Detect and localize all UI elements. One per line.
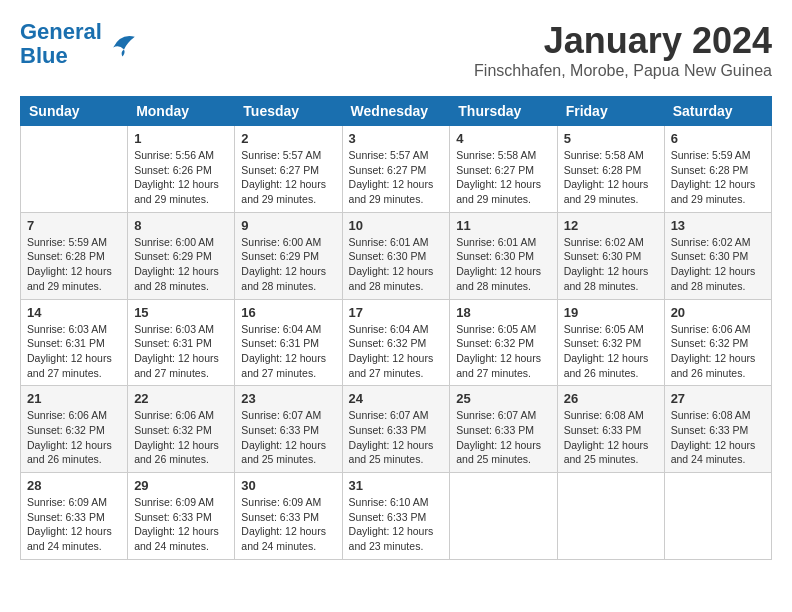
day-content: Sunrise: 6:07 AM Sunset: 6:33 PM Dayligh… — [241, 408, 335, 467]
day-content: Sunrise: 6:06 AM Sunset: 6:32 PM Dayligh… — [134, 408, 228, 467]
col-wednesday: Wednesday — [342, 97, 450, 126]
day-content: Sunrise: 6:04 AM Sunset: 6:31 PM Dayligh… — [241, 322, 335, 381]
day-content: Sunrise: 6:04 AM Sunset: 6:32 PM Dayligh… — [349, 322, 444, 381]
calendar-week-row: 14Sunrise: 6:03 AM Sunset: 6:31 PM Dayli… — [21, 299, 772, 386]
day-number: 2 — [241, 131, 335, 146]
table-row: 9Sunrise: 6:00 AM Sunset: 6:29 PM Daylig… — [235, 212, 342, 299]
table-row: 23Sunrise: 6:07 AM Sunset: 6:33 PM Dayli… — [235, 386, 342, 473]
table-row: 28Sunrise: 6:09 AM Sunset: 6:33 PM Dayli… — [21, 473, 128, 560]
day-content: Sunrise: 6:05 AM Sunset: 6:32 PM Dayligh… — [456, 322, 550, 381]
table-row: 15Sunrise: 6:03 AM Sunset: 6:31 PM Dayli… — [128, 299, 235, 386]
day-content: Sunrise: 6:03 AM Sunset: 6:31 PM Dayligh… — [134, 322, 228, 381]
day-number: 25 — [456, 391, 550, 406]
table-row: 14Sunrise: 6:03 AM Sunset: 6:31 PM Dayli… — [21, 299, 128, 386]
day-content: Sunrise: 6:06 AM Sunset: 6:32 PM Dayligh… — [27, 408, 121, 467]
table-row: 10Sunrise: 6:01 AM Sunset: 6:30 PM Dayli… — [342, 212, 450, 299]
table-row: 19Sunrise: 6:05 AM Sunset: 6:32 PM Dayli… — [557, 299, 664, 386]
table-row: 21Sunrise: 6:06 AM Sunset: 6:32 PM Dayli… — [21, 386, 128, 473]
day-content: Sunrise: 6:03 AM Sunset: 6:31 PM Dayligh… — [27, 322, 121, 381]
day-content: Sunrise: 5:58 AM Sunset: 6:28 PM Dayligh… — [564, 148, 658, 207]
month-year-title: January 2024 — [474, 20, 772, 62]
table-row: 29Sunrise: 6:09 AM Sunset: 6:33 PM Dayli… — [128, 473, 235, 560]
table-row: 12Sunrise: 6:02 AM Sunset: 6:30 PM Dayli… — [557, 212, 664, 299]
col-sunday: Sunday — [21, 97, 128, 126]
table-row: 26Sunrise: 6:08 AM Sunset: 6:33 PM Dayli… — [557, 386, 664, 473]
day-content: Sunrise: 6:00 AM Sunset: 6:29 PM Dayligh… — [241, 235, 335, 294]
day-number: 10 — [349, 218, 444, 233]
calendar-week-row: 1Sunrise: 5:56 AM Sunset: 6:26 PM Daylig… — [21, 126, 772, 213]
table-row: 30Sunrise: 6:09 AM Sunset: 6:33 PM Dayli… — [235, 473, 342, 560]
calendar-week-row: 21Sunrise: 6:06 AM Sunset: 6:32 PM Dayli… — [21, 386, 772, 473]
table-row: 13Sunrise: 6:02 AM Sunset: 6:30 PM Dayli… — [664, 212, 771, 299]
day-content: Sunrise: 6:00 AM Sunset: 6:29 PM Dayligh… — [134, 235, 228, 294]
day-number: 5 — [564, 131, 658, 146]
day-number: 24 — [349, 391, 444, 406]
table-row: 25Sunrise: 6:07 AM Sunset: 6:33 PM Dayli… — [450, 386, 557, 473]
table-row: 20Sunrise: 6:06 AM Sunset: 6:32 PM Dayli… — [664, 299, 771, 386]
col-monday: Monday — [128, 97, 235, 126]
table-row: 2Sunrise: 5:57 AM Sunset: 6:27 PM Daylig… — [235, 126, 342, 213]
table-row: 22Sunrise: 6:06 AM Sunset: 6:32 PM Dayli… — [128, 386, 235, 473]
day-content: Sunrise: 5:59 AM Sunset: 6:28 PM Dayligh… — [27, 235, 121, 294]
col-saturday: Saturday — [664, 97, 771, 126]
day-number: 23 — [241, 391, 335, 406]
location-subtitle: Finschhafen, Morobe, Papua New Guinea — [474, 62, 772, 80]
table-row — [450, 473, 557, 560]
day-content: Sunrise: 6:08 AM Sunset: 6:33 PM Dayligh… — [564, 408, 658, 467]
logo-text: General Blue — [20, 20, 102, 68]
day-number: 12 — [564, 218, 658, 233]
day-number: 9 — [241, 218, 335, 233]
calendar-week-row: 7Sunrise: 5:59 AM Sunset: 6:28 PM Daylig… — [21, 212, 772, 299]
day-number: 26 — [564, 391, 658, 406]
day-number: 18 — [456, 305, 550, 320]
col-tuesday: Tuesday — [235, 97, 342, 126]
day-content: Sunrise: 6:01 AM Sunset: 6:30 PM Dayligh… — [456, 235, 550, 294]
col-friday: Friday — [557, 97, 664, 126]
page-header: General Blue January 2024 Finschhafen, M… — [20, 20, 772, 80]
table-row: 8Sunrise: 6:00 AM Sunset: 6:29 PM Daylig… — [128, 212, 235, 299]
day-content: Sunrise: 6:01 AM Sunset: 6:30 PM Dayligh… — [349, 235, 444, 294]
day-content: Sunrise: 6:02 AM Sunset: 6:30 PM Dayligh… — [564, 235, 658, 294]
day-number: 13 — [671, 218, 765, 233]
day-number: 19 — [564, 305, 658, 320]
table-row: 18Sunrise: 6:05 AM Sunset: 6:32 PM Dayli… — [450, 299, 557, 386]
day-content: Sunrise: 6:07 AM Sunset: 6:33 PM Dayligh… — [349, 408, 444, 467]
table-row: 11Sunrise: 6:01 AM Sunset: 6:30 PM Dayli… — [450, 212, 557, 299]
day-number: 6 — [671, 131, 765, 146]
table-row: 6Sunrise: 5:59 AM Sunset: 6:28 PM Daylig… — [664, 126, 771, 213]
day-content: Sunrise: 6:09 AM Sunset: 6:33 PM Dayligh… — [241, 495, 335, 554]
day-content: Sunrise: 5:57 AM Sunset: 6:27 PM Dayligh… — [349, 148, 444, 207]
day-content: Sunrise: 6:09 AM Sunset: 6:33 PM Dayligh… — [134, 495, 228, 554]
day-content: Sunrise: 6:07 AM Sunset: 6:33 PM Dayligh… — [456, 408, 550, 467]
calendar-header-row: Sunday Monday Tuesday Wednesday Thursday… — [21, 97, 772, 126]
table-row: 5Sunrise: 5:58 AM Sunset: 6:28 PM Daylig… — [557, 126, 664, 213]
day-content: Sunrise: 5:57 AM Sunset: 6:27 PM Dayligh… — [241, 148, 335, 207]
day-number: 22 — [134, 391, 228, 406]
day-content: Sunrise: 6:06 AM Sunset: 6:32 PM Dayligh… — [671, 322, 765, 381]
table-row: 3Sunrise: 5:57 AM Sunset: 6:27 PM Daylig… — [342, 126, 450, 213]
day-number: 17 — [349, 305, 444, 320]
table-row: 7Sunrise: 5:59 AM Sunset: 6:28 PM Daylig… — [21, 212, 128, 299]
day-content: Sunrise: 6:02 AM Sunset: 6:30 PM Dayligh… — [671, 235, 765, 294]
calendar-week-row: 28Sunrise: 6:09 AM Sunset: 6:33 PM Dayli… — [21, 473, 772, 560]
day-number: 7 — [27, 218, 121, 233]
day-content: Sunrise: 6:10 AM Sunset: 6:33 PM Dayligh… — [349, 495, 444, 554]
day-number: 30 — [241, 478, 335, 493]
day-content: Sunrise: 5:58 AM Sunset: 6:27 PM Dayligh… — [456, 148, 550, 207]
table-row: 1Sunrise: 5:56 AM Sunset: 6:26 PM Daylig… — [128, 126, 235, 213]
table-row: 31Sunrise: 6:10 AM Sunset: 6:33 PM Dayli… — [342, 473, 450, 560]
day-number: 14 — [27, 305, 121, 320]
day-content: Sunrise: 6:05 AM Sunset: 6:32 PM Dayligh… — [564, 322, 658, 381]
day-content: Sunrise: 6:08 AM Sunset: 6:33 PM Dayligh… — [671, 408, 765, 467]
table-row — [557, 473, 664, 560]
calendar-table: Sunday Monday Tuesday Wednesday Thursday… — [20, 96, 772, 560]
logo: General Blue — [20, 20, 142, 68]
day-number: 31 — [349, 478, 444, 493]
day-number: 16 — [241, 305, 335, 320]
logo-bird-icon — [106, 29, 142, 59]
table-row — [21, 126, 128, 213]
day-content: Sunrise: 5:59 AM Sunset: 6:28 PM Dayligh… — [671, 148, 765, 207]
day-number: 28 — [27, 478, 121, 493]
day-number: 11 — [456, 218, 550, 233]
day-number: 15 — [134, 305, 228, 320]
